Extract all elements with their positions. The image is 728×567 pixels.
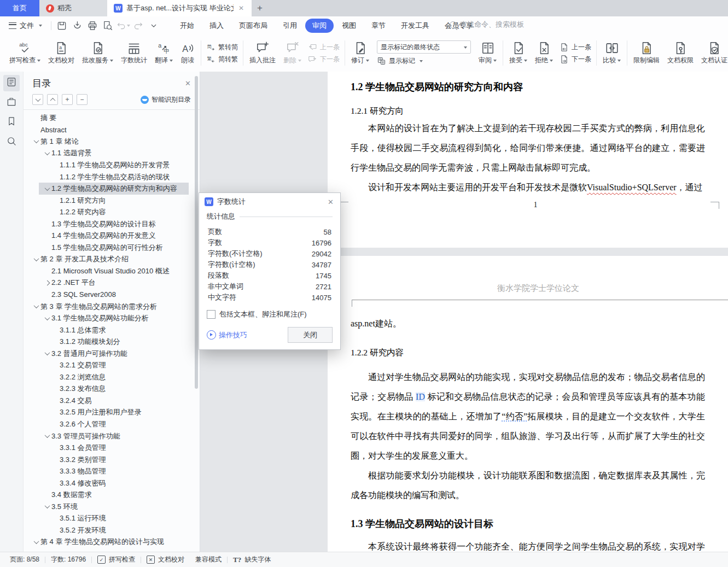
tab-document[interactable]: W 基于asp. net...设计与实现 毕业论文 ✕ bbox=[107, 0, 252, 16]
tips-link[interactable]: 操作技巧 bbox=[207, 330, 247, 340]
chevron-down-icon[interactable] bbox=[32, 540, 40, 544]
tab-home[interactable]: 首页 bbox=[0, 0, 39, 16]
toc-item[interactable]: 3.3.3 物品管理 bbox=[24, 465, 200, 477]
toc-item[interactable]: 3.2.3 发布信息 bbox=[24, 383, 200, 395]
toc-item[interactable]: 1.2 学生物品交易网站的研究方向和内容 bbox=[24, 183, 200, 195]
nav-taskpane-button[interactable] bbox=[3, 95, 20, 111]
ribbon-trad-to-simp-button[interactable]: 简繁转简 bbox=[206, 43, 238, 52]
toc-item[interactable]: 3.2.4 交易 bbox=[24, 395, 200, 407]
print-button[interactable] bbox=[85, 19, 100, 32]
status-proofread-toggle[interactable]: ✕ 文档校对 bbox=[141, 555, 190, 564]
ribbon-accept-button[interactable]: 接受 bbox=[506, 40, 531, 66]
toc-item[interactable]: 1.4 学生物品交易网站的开发意义 bbox=[24, 230, 200, 242]
ribbon-word-count-button[interactable]: 字数统计 bbox=[118, 40, 150, 66]
status-word-count[interactable]: 字数: 16796 bbox=[45, 555, 91, 564]
ribbon-restrict-editing-button[interactable]: 限制编辑 bbox=[630, 40, 663, 66]
toc-item[interactable]: 第 3 章 学生物品交易网站的需求分析 bbox=[24, 301, 200, 313]
new-tab-button[interactable]: + bbox=[252, 0, 268, 16]
close-toc-icon[interactable]: ✕ bbox=[185, 79, 191, 87]
toc-item[interactable]: 1.1 选题背景 bbox=[24, 148, 200, 160]
toc-item[interactable]: 3.1.2 功能模块划分 bbox=[24, 336, 200, 348]
close-dialog-icon[interactable]: ✕ bbox=[327, 198, 335, 206]
menu-tab-section[interactable]: 章节 bbox=[364, 19, 393, 33]
ribbon-show-markup-button[interactable]: 显示标记 bbox=[377, 56, 471, 66]
toc-item[interactable]: 3.3.1 会员管理 bbox=[24, 442, 200, 454]
ribbon-reject-button[interactable]: 拒绝 bbox=[532, 40, 556, 66]
ribbon-simp-to-trad-button[interactable]: 繁简转繁 bbox=[206, 55, 238, 64]
chevron-down-icon[interactable] bbox=[43, 352, 51, 355]
toc-scrollbar[interactable] bbox=[195, 76, 198, 389]
status-page-indicator[interactable]: 页面: 8/58 bbox=[4, 555, 45, 564]
checkbox-unchecked-icon[interactable] bbox=[207, 310, 216, 319]
command-search[interactable]: 查找命令、搜索模板 bbox=[450, 20, 524, 30]
toc-item[interactable]: 3.2.5 用户注册和用户登录 bbox=[24, 407, 200, 419]
chevron-down-icon[interactable] bbox=[43, 187, 51, 191]
status-spellcheck-toggle[interactable]: ✓ 拼写检查 bbox=[92, 555, 141, 564]
toc-item[interactable]: 3.4 数据需求 bbox=[24, 489, 200, 501]
ribbon-track-changes-button[interactable]: 修订 bbox=[348, 40, 372, 66]
toc-item[interactable]: 第 2 章 开发工具及技术介绍 bbox=[24, 254, 200, 266]
toc-item[interactable]: 3.2.1 交易管理 bbox=[24, 359, 200, 371]
smart-toc-button[interactable]: 智能识别目录 bbox=[141, 95, 191, 104]
toc-item[interactable]: 2.2 .NET 平台 bbox=[24, 277, 200, 289]
toc-item[interactable]: 3.1.1 总体需求 bbox=[24, 324, 200, 336]
ribbon-read-aloud-button[interactable]: A朗读 bbox=[177, 40, 198, 66]
toc-expand-all-button[interactable]: + bbox=[62, 94, 73, 105]
status-compat-mode[interactable]: 兼容模式 bbox=[190, 555, 227, 564]
chevron-down-icon[interactable] bbox=[43, 317, 51, 320]
chevron-down-icon[interactable] bbox=[32, 139, 40, 143]
chevron-down-icon[interactable] bbox=[32, 305, 40, 308]
toc-item[interactable]: 3.3.4 修改密码 bbox=[24, 477, 200, 489]
menu-tab-reference[interactable]: 引用 bbox=[276, 19, 304, 33]
toc-item[interactable]: 第 1 章 绪论 bbox=[24, 136, 200, 148]
toc-item[interactable]: Abstract bbox=[24, 124, 200, 136]
toc-expand-next-button[interactable] bbox=[32, 94, 43, 105]
status-missing-font[interactable]: T? 缺失字体 bbox=[228, 555, 276, 564]
chevron-down-icon[interactable] bbox=[43, 434, 51, 438]
toc-item[interactable]: 1.2.1 研究方向 bbox=[24, 195, 200, 207]
close-tab-icon[interactable]: ✕ bbox=[237, 4, 245, 12]
menu-tab-review[interactable]: 审阅 bbox=[305, 19, 334, 33]
ribbon-delete-comment-button[interactable]: 删除 bbox=[280, 40, 305, 66]
toc-item[interactable]: 2.3 SQL Server2008 bbox=[24, 289, 200, 301]
nav-search-button[interactable] bbox=[3, 134, 20, 150]
ribbon-doc-permission-button[interactable]: 文档权限 bbox=[664, 40, 697, 66]
toc-collapse-all-button[interactable]: − bbox=[77, 94, 88, 105]
toc-item[interactable]: 2.1 Microsoft Visual Studio 2010 概述 bbox=[24, 265, 200, 277]
menu-tab-start[interactable]: 开始 bbox=[173, 19, 201, 33]
ribbon-grading-service-button[interactable]: 批改服务 bbox=[79, 40, 117, 66]
toc-item[interactable]: 3.2.2 浏览信息 bbox=[24, 371, 200, 383]
save-button[interactable] bbox=[55, 19, 69, 32]
chevron-down-icon[interactable] bbox=[43, 151, 51, 155]
chevron-right-icon[interactable] bbox=[43, 281, 51, 285]
toc-item[interactable]: 3.3 管理员可操作功能 bbox=[24, 430, 200, 442]
menu-tab-view[interactable]: 视图 bbox=[335, 19, 363, 33]
ribbon-review-mode-button[interactable]: 审阅 bbox=[475, 40, 500, 66]
ribbon-insert-comment-button[interactable]: 插入批注 bbox=[246, 40, 279, 66]
toc-item[interactable]: 3.5.2 开发环境 bbox=[24, 524, 200, 536]
toc-item[interactable]: 3.5.1 运行环境 bbox=[24, 513, 200, 525]
toc-item[interactable]: 3.2 普通用户可操作功能 bbox=[24, 348, 200, 360]
toc-item[interactable]: 第 4 章 学生物品交易网站的设计与实现 bbox=[24, 536, 200, 548]
menu-tab-dev-tools[interactable]: 开发工具 bbox=[394, 19, 436, 33]
toc-item[interactable]: 1.5 学生物品交易网站的可行性分析 bbox=[24, 242, 200, 254]
chevron-down-icon[interactable] bbox=[32, 258, 40, 261]
menu-tab-page-layout[interactable]: 页面布局 bbox=[232, 19, 275, 33]
menu-tab-insert[interactable]: 插入 bbox=[202, 19, 231, 33]
toc-item[interactable]: 3.5 环境 bbox=[24, 501, 200, 513]
ribbon-translate-button[interactable]: a中翻译 bbox=[152, 40, 176, 66]
ribbon-spellcheck-button[interactable]: abc拼写检查 bbox=[6, 40, 44, 66]
toc-item[interactable]: 1.2.2 研究内容 bbox=[24, 206, 200, 218]
toc-item[interactable]: 1.1.1 学生物品交易网站的开发背景 bbox=[24, 159, 200, 171]
chevron-down-icon[interactable] bbox=[43, 505, 51, 508]
markup-state-dropdown[interactable]: 显示标记的最终状态 bbox=[377, 40, 471, 54]
toc-item[interactable]: 1.3 学生物品交易网站的设计目标 bbox=[24, 218, 200, 230]
ribbon-proofread-button[interactable]: a文档校对 bbox=[45, 40, 78, 66]
ribbon-prev-change-button[interactable]: 上一条 bbox=[560, 43, 591, 52]
toc-collapse-prev-button[interactable] bbox=[47, 94, 58, 105]
dialog-title-bar[interactable]: W 字数统计 ✕ bbox=[199, 193, 340, 211]
export-button[interactable] bbox=[70, 19, 84, 32]
toc-item[interactable]: 1.1.2 学生学生物品交易活动的现状 bbox=[24, 171, 200, 183]
ribbon-next-comment-button[interactable]: 下一条 bbox=[308, 55, 340, 64]
more-commands-button[interactable] bbox=[147, 19, 161, 32]
